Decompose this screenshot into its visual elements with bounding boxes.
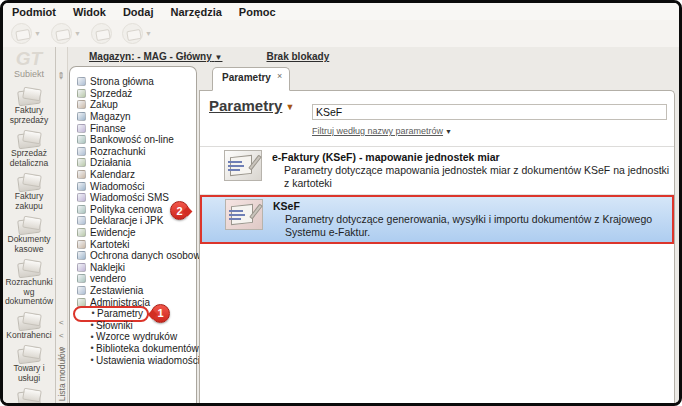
tree-item-zestawienia[interactable]: Zestawienia xyxy=(75,285,196,297)
module-label: Towary i usługi xyxy=(4,364,54,383)
tree-item-wiadomości[interactable]: Wiadomości xyxy=(75,180,196,192)
new-purchase-document-icon[interactable] xyxy=(51,23,72,44)
gt-logo-icon: GT xyxy=(16,49,42,69)
module-towary-i-usługi[interactable]: Towary i usługi xyxy=(3,345,55,383)
tree-item-label: Ochrona danych osobowych xyxy=(90,250,216,261)
parameter-document-icon xyxy=(224,150,262,181)
tree-item-label: Kalendarz xyxy=(90,169,135,180)
tree-item-icon xyxy=(77,170,86,179)
chevron-down-icon: ▼ xyxy=(285,102,294,112)
tree-item-ochrona-danych-osobowych[interactable]: Ochrona danych osobowych xyxy=(75,250,196,262)
tree-item-magazyn[interactable]: Magazyn xyxy=(75,111,196,123)
module-list: Faktury sprzedażySprzedaż detalicznaFakt… xyxy=(3,87,55,406)
tree-item-label: Działania xyxy=(90,157,131,168)
filter-by-name-link[interactable]: Filtruj według nazwy parametrów▼ xyxy=(312,126,452,136)
pin-icon[interactable]: ✎ xyxy=(55,70,67,82)
tree-item-ustawienia-wiadomości[interactable]: •Ustawienia wiadomości xyxy=(75,354,196,366)
tree-item-finanse[interactable]: Finanse xyxy=(75,122,196,134)
module-icon xyxy=(15,216,43,234)
tree-item-słowniki[interactable]: •Słowniki xyxy=(75,319,196,331)
module-icon xyxy=(15,259,43,277)
menu-item-narz-dzia[interactable]: Narzędzia xyxy=(170,6,221,18)
bullet-icon: • xyxy=(88,355,96,365)
filter-link-label: Filtruj według nazwy parametrów xyxy=(312,126,443,136)
tree-item-parametry[interactable]: •Parametry1 xyxy=(75,308,196,320)
bullet-icon: • xyxy=(89,308,97,318)
tree-item-label: Zestawienia xyxy=(90,285,143,296)
tree-item-naklejki[interactable]: Naklejki xyxy=(75,262,196,274)
annotation-step-1: 1 xyxy=(151,304,170,323)
chevron-down-icon[interactable]: ▼ xyxy=(145,30,152,37)
tree-item-icon xyxy=(77,286,86,295)
module-sidebar: GT Subiekt Faktury sprzedażySprzedaż det… xyxy=(3,47,55,403)
tree-item-strona-główna[interactable]: Strona główna xyxy=(75,76,196,88)
annotation-step-2: 2 xyxy=(170,201,189,220)
tree-item-label: vendero xyxy=(90,273,126,284)
page-title-menu[interactable]: Parametry ▼ xyxy=(209,97,294,114)
tree-item-sprzedaż[interactable]: Sprzedaż xyxy=(75,88,196,100)
module-wiadomości-odebrane[interactable]: Wiadomości odebrane xyxy=(3,388,55,406)
tree-item-icon xyxy=(77,77,86,86)
tree-item-icon xyxy=(77,228,86,237)
module-label: Dokumenty kasowe xyxy=(4,235,54,254)
tab-parametry[interactable]: Parametry × xyxy=(212,67,290,91)
tree-item-wzorce-wydruków[interactable]: •Wzorce wydruków xyxy=(75,331,196,343)
tree-item-icon xyxy=(77,135,86,144)
menu-item-pomoc[interactable]: Pomoc xyxy=(239,6,276,18)
module-faktury-sprzedaży[interactable]: Faktury sprzedaży xyxy=(3,87,55,125)
warehouse-selector-link[interactable]: Magazyn: - MAG - Główny ▼ xyxy=(89,51,222,62)
tree-item-icon xyxy=(77,112,86,121)
module-strip-label: Lista modułów xyxy=(57,347,67,401)
menu-item-podmiot[interactable]: Podmiot xyxy=(12,6,56,18)
tree-item-bankowość-on-line[interactable]: Bankowość on-line xyxy=(75,134,196,146)
module-rozrachunki-wg-dokumentów[interactable]: Rozrachunki wg dokumentów xyxy=(3,259,55,307)
tree-item-icon xyxy=(77,124,86,133)
result-description: Parametry dotyczące mapowania jednostek … xyxy=(272,164,670,190)
new-sale-document-icon[interactable] xyxy=(11,23,32,44)
parameter-results-list: e-Faktury (KSeF) - mapowanie jednostek m… xyxy=(200,147,674,244)
tree-item-label: Magazyn xyxy=(90,111,131,122)
result-row-efaktury-mapowanie[interactable]: e-Faktury (KSeF) - mapowanie jednostek m… xyxy=(200,147,674,195)
tree-item-działania[interactable]: Działania xyxy=(75,157,196,169)
help-icon[interactable] xyxy=(122,23,143,44)
parameter-search-input[interactable] xyxy=(312,104,667,120)
result-row-ksef[interactable]: 2 KSeF Parametry dotyczące generowania, … xyxy=(200,195,674,244)
menu-item-dodaj[interactable]: Dodaj xyxy=(123,6,154,18)
module-icon xyxy=(15,312,43,330)
tree-item-kalendarz[interactable]: Kalendarz xyxy=(75,169,196,181)
tree-item-label: Wiadomości SMS xyxy=(90,192,169,203)
tree-item-vendero[interactable]: vendero xyxy=(75,273,196,285)
module-sprzedaż-detaliczna[interactable]: Sprzedaż detaliczna xyxy=(3,130,55,168)
lock-status-link[interactable]: Brak blokady xyxy=(266,51,329,62)
tree-item-label: Wzorce wydruków xyxy=(96,331,177,342)
tree-item-label: Ustawienia wiadomości xyxy=(96,355,200,366)
tree-item-label: Bankowość on-line xyxy=(90,134,174,145)
chevron-down-icon[interactable]: ▼ xyxy=(34,30,41,37)
tree-item-zakup[interactable]: Zakup xyxy=(75,99,196,111)
tree-item-label: Sprzedaż xyxy=(90,88,132,99)
tree-item-rozrachunki[interactable]: Rozrachunki xyxy=(75,146,196,158)
tree-item-label: Zakup xyxy=(90,99,118,110)
warehouse-selector-label: Magazyn: - MAG - Główny xyxy=(89,51,212,62)
menu-item-widok[interactable]: Widok xyxy=(73,6,106,18)
tree-item-ewidencje[interactable]: Ewidencje xyxy=(75,227,196,239)
module-icon xyxy=(15,388,43,406)
tree-item-kartoteki[interactable]: Kartoteki xyxy=(75,238,196,250)
module-icon xyxy=(15,345,43,363)
new-purchase-document-icon-group: ▼ xyxy=(51,23,81,44)
tree-item-label: Biblioteka dokumentów xyxy=(96,343,199,354)
module-label: Faktury sprzedaży xyxy=(4,106,54,125)
reports-icon[interactable] xyxy=(91,23,112,44)
tree-item-label: Rozrachunki xyxy=(90,146,146,157)
chevron-down-icon[interactable]: ▼ xyxy=(74,30,81,37)
close-icon[interactable]: × xyxy=(277,72,282,81)
navigation-tree: Strona głównaSprzedażZakupMagazynFinanse… xyxy=(69,66,197,404)
module-dokumenty-kasowe[interactable]: Dokumenty kasowe xyxy=(3,216,55,254)
menu-bar: PodmiotWidokDodajNarzędziaPomoc xyxy=(3,3,679,20)
tab-label: Parametry xyxy=(222,72,271,83)
module-faktury-zakupu[interactable]: Faktury zakupu xyxy=(3,173,55,211)
tree-item-biblioteka-dokumentów[interactable]: •Biblioteka dokumentów xyxy=(75,343,196,355)
module-list-collapsed-strip[interactable]: ✎ <<< Lista modułów xyxy=(55,47,68,403)
module-kontrahenci[interactable]: Kontrahenci xyxy=(3,312,55,341)
module-label: Sprzedaż detaliczna xyxy=(4,149,54,168)
